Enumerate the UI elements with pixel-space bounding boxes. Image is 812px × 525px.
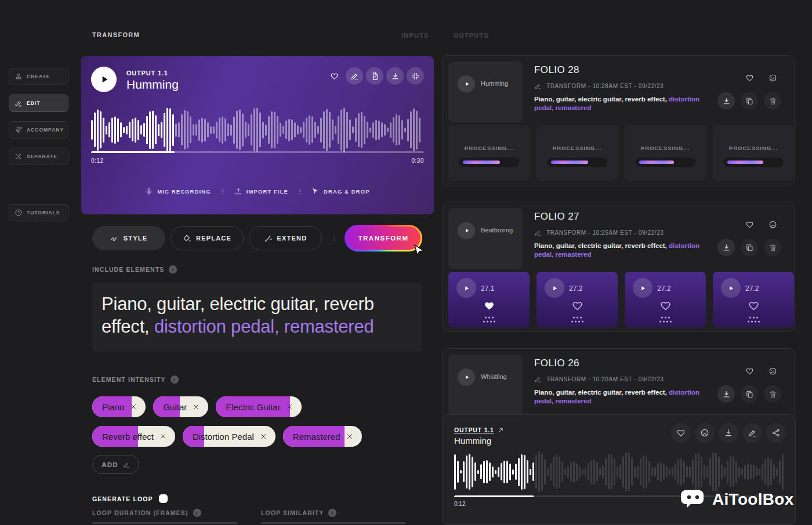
- favorite-button[interactable]: [741, 69, 758, 86]
- source-thumbnail[interactable]: Whistling: [448, 355, 523, 415]
- processing-card[interactable]: PROCESSING...: [713, 125, 794, 181]
- source-thumbnail[interactable]: Humming: [448, 61, 523, 122]
- info-icon[interactable]: i: [171, 375, 179, 384]
- sidebar-item-separate[interactable]: SEPARATE: [9, 148, 68, 165]
- play-icon: [99, 74, 110, 85]
- favorite-button[interactable]: [741, 362, 758, 380]
- copy-button[interactable]: [741, 385, 758, 403]
- tab-extend[interactable]: EXTEND: [249, 226, 322, 250]
- heart-icon[interactable]: [659, 300, 672, 312]
- download-button[interactable]: [717, 92, 735, 110]
- collapse-button[interactable]: [407, 67, 424, 85]
- favorite-button[interactable]: [741, 216, 758, 233]
- dots-grid-icon[interactable]: [658, 316, 673, 323]
- loop-duration-slider[interactable]: [92, 522, 237, 524]
- tab-inputs[interactable]: INPUTS: [401, 32, 429, 39]
- play-button[interactable]: [458, 369, 475, 386]
- prompt-input[interactable]: Piano, guitar, electric guitar, reverb e…: [92, 283, 422, 352]
- download-button[interactable]: [717, 239, 735, 256]
- tab-outputs[interactable]: OUTPUTS: [454, 32, 489, 39]
- dislike-button[interactable]: [764, 69, 781, 86]
- output-link[interactable]: OUTPUT 1.1: [454, 426, 504, 433]
- mic-recording-button[interactable]: MIC RECORDING: [145, 187, 211, 195]
- dots-grid-icon[interactable]: [570, 316, 585, 323]
- progress-bar[interactable]: [91, 151, 424, 153]
- info-icon[interactable]: i: [193, 509, 201, 517]
- pencil-icon: [350, 72, 359, 81]
- loop-similarity-slider[interactable]: [261, 522, 406, 524]
- copy-button[interactable]: [741, 92, 758, 110]
- intensity-chip[interactable]: Reverb effect: [92, 426, 175, 447]
- download-button[interactable]: [717, 385, 735, 403]
- favorite-button[interactable]: [325, 67, 343, 85]
- intensity-chip[interactable]: Electric Guitar: [216, 396, 302, 417]
- delete-button[interactable]: [764, 92, 781, 110]
- play-button[interactable]: [458, 75, 475, 93]
- more-options-icon[interactable]: [331, 234, 338, 242]
- source-thumbnail[interactable]: Beatboxing: [448, 208, 523, 269]
- sidebar-item-tutorials[interactable]: TUTORIALS: [9, 204, 68, 221]
- output-clip-card[interactable]: 27.1: [448, 272, 530, 327]
- play-button[interactable]: [721, 278, 741, 298]
- transform-button[interactable]: TRANSFORM: [345, 225, 422, 251]
- dots-grid-icon[interactable]: [746, 316, 761, 323]
- import-file-button[interactable]: IMPORT FILE: [234, 187, 288, 195]
- generate-loop-toggle[interactable]: [159, 494, 168, 503]
- tab-style[interactable]: STYLE: [92, 226, 165, 250]
- download-icon: [722, 97, 731, 105]
- copy-button[interactable]: [741, 239, 758, 256]
- output-clip-card[interactable]: 27.2: [713, 272, 794, 327]
- drag-drop-target[interactable]: DRAG & DROP: [311, 187, 370, 195]
- play-button[interactable]: [456, 278, 476, 298]
- remove-chip-icon[interactable]: [259, 432, 267, 440]
- add-element-button[interactable]: ADD: [92, 455, 139, 474]
- heart-icon: [745, 74, 754, 82]
- delete-button[interactable]: [764, 239, 781, 256]
- intensity-chip[interactable]: Distortion Pedal: [183, 426, 276, 447]
- dots-grid-icon[interactable]: [482, 316, 496, 323]
- waveform[interactable]: [454, 451, 786, 493]
- output-clip-card[interactable]: 27.2: [625, 272, 706, 327]
- tab-replace[interactable]: REPLACE: [171, 226, 244, 250]
- output-clip-card[interactable]: 27.2: [536, 272, 618, 327]
- remove-chip-icon[interactable]: [129, 403, 137, 411]
- play-button[interactable]: [633, 278, 652, 298]
- delete-button[interactable]: [764, 385, 781, 403]
- processing-card[interactable]: PROCESSING...: [625, 125, 706, 181]
- edit-button[interactable]: [742, 423, 762, 443]
- remove-chip-icon[interactable]: [346, 432, 354, 440]
- processing-card[interactable]: PROCESSING...: [448, 125, 530, 181]
- remove-chip-icon[interactable]: [285, 403, 293, 411]
- sidebar-item-edit[interactable]: EDIT: [9, 94, 68, 112]
- heart-icon[interactable]: [571, 300, 583, 312]
- intensity-chip[interactable]: Remastered: [283, 426, 362, 447]
- remove-chip-icon[interactable]: [159, 432, 167, 440]
- download-button[interactable]: [386, 67, 404, 85]
- intensity-chip[interactable]: Piano: [92, 396, 146, 417]
- heart-icon[interactable]: [748, 300, 760, 312]
- share-button[interactable]: [766, 423, 786, 443]
- sidebar-item-accompany[interactable]: ACCOMPANY: [9, 121, 68, 138]
- info-icon[interactable]: i: [169, 265, 177, 274]
- processing-card[interactable]: PROCESSING...: [536, 125, 618, 181]
- intensity-chip[interactable]: Guitar: [153, 396, 208, 417]
- sidebar-item-create[interactable]: CREATE: [9, 68, 68, 85]
- waveform[interactable]: [91, 106, 424, 154]
- remove-chip-icon[interactable]: [192, 403, 200, 411]
- dislike-button[interactable]: [764, 216, 781, 233]
- play-button[interactable]: [91, 67, 117, 92]
- dislike-button[interactable]: [695, 423, 715, 443]
- download-button[interactable]: [719, 423, 738, 443]
- add-document-button[interactable]: [366, 67, 383, 85]
- processing-progress: [635, 158, 695, 167]
- processing-progress-fill: [727, 161, 763, 164]
- heart-icon[interactable]: [483, 300, 495, 312]
- edit-button[interactable]: [346, 67, 363, 85]
- info-icon[interactable]: i: [328, 509, 336, 517]
- dislike-button[interactable]: [764, 362, 781, 380]
- play-button[interactable]: [545, 278, 564, 298]
- play-button[interactable]: [458, 222, 475, 239]
- favorite-button[interactable]: [671, 423, 691, 443]
- pencil-icon: [534, 229, 542, 236]
- folio-title: FOLIO 27: [534, 211, 579, 223]
